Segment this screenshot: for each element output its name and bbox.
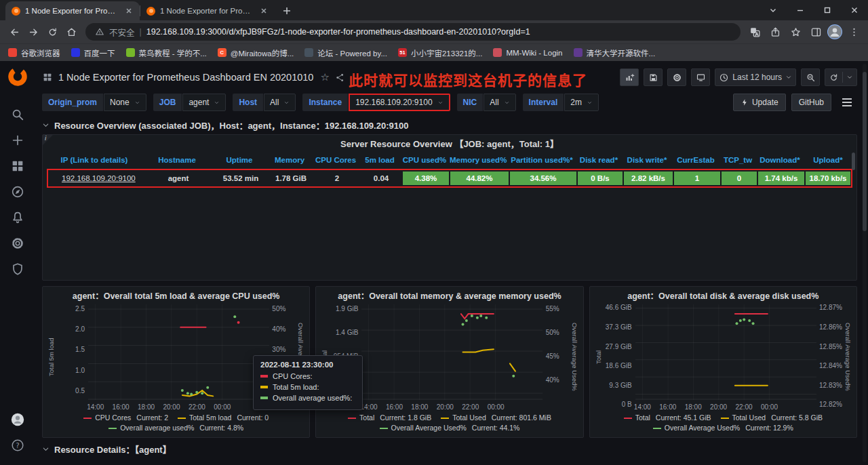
table-header-cell[interactable]: 5m load bbox=[359, 152, 401, 168]
variable-value-dropdown[interactable]: None bbox=[104, 94, 146, 111]
time-range-picker[interactable]: Last 12 hours bbox=[715, 68, 796, 86]
grafana-logo[interactable] bbox=[7, 66, 28, 87]
legend-item[interactable]: TotalCurrent: 45.1 GiB bbox=[624, 413, 711, 423]
window-close-button[interactable] bbox=[841, 0, 868, 20]
new-tab-button[interactable] bbox=[279, 3, 295, 19]
chart-plot-area[interactable]: 14:0016:0018:0020:0022:0000:00 bbox=[88, 303, 269, 411]
table-header-cell[interactable]: Upload* bbox=[804, 152, 852, 168]
tick-label: 12.87% bbox=[819, 304, 842, 311]
address-bar[interactable]: 不安全 | 192.168.109.19:3000/d/xfpJB9FGz/1-… bbox=[85, 23, 741, 41]
explore-menu-item[interactable] bbox=[10, 184, 25, 199]
add-panel-button[interactable] bbox=[620, 68, 639, 86]
bookmark-item[interactable]: 菜鸟教程 - 学的不... bbox=[126, 47, 207, 58]
share-button[interactable] bbox=[766, 23, 784, 41]
translate-button[interactable] bbox=[746, 23, 764, 41]
bookmark-item[interactable]: 清华大学开源软件... bbox=[574, 47, 656, 58]
reload-button[interactable] bbox=[43, 23, 61, 41]
back-button[interactable] bbox=[5, 23, 23, 41]
bookmark-label: 谷歌浏览器 bbox=[21, 47, 60, 58]
minimize-icon bbox=[796, 6, 804, 14]
window-maximize-button[interactable] bbox=[814, 0, 841, 20]
legend-item[interactable]: Overall Average Used%Current: 44.1% bbox=[380, 423, 520, 433]
search-menu-item[interactable] bbox=[10, 107, 25, 122]
configuration-menu-item[interactable] bbox=[10, 236, 25, 251]
table-header-cell[interactable]: IP (Link to details) bbox=[47, 152, 142, 168]
table-header-cell[interactable]: CPU Cores bbox=[313, 152, 359, 168]
row-title-text: Resource Details：【agent】 bbox=[54, 443, 172, 456]
tab-close-icon[interactable] bbox=[124, 6, 134, 16]
table-cell: agent bbox=[143, 170, 214, 186]
legend-color-marker bbox=[380, 428, 388, 429]
row-resource-details[interactable]: Resource Details：【agent】 bbox=[42, 441, 857, 457]
page-scrollbar[interactable] bbox=[863, 64, 867, 462]
table-data-row[interactable]: 192.168.109.20:9100agent53.52 min1.78 Gi… bbox=[47, 169, 852, 188]
server-admin-menu-item[interactable] bbox=[10, 262, 25, 277]
legend-item[interactable]: TotalCurrent: 1.8 GiB bbox=[348, 413, 431, 423]
bookmark-item[interactable]: 51 小小宇宙213321的... bbox=[398, 47, 482, 58]
dashboards-menu-item[interactable] bbox=[10, 159, 25, 174]
bookmark-item[interactable]: 百度一下 bbox=[71, 47, 115, 58]
github-button[interactable]: GitHub bbox=[791, 94, 831, 111]
browser-menu-button[interactable] bbox=[845, 23, 863, 41]
favorite-star-icon[interactable]: ☆ bbox=[320, 71, 329, 83]
variable-value-dropdown[interactable]: agent bbox=[182, 94, 226, 111]
side-panel-button[interactable] bbox=[807, 23, 825, 41]
help-menu-item[interactable]: ? bbox=[10, 438, 25, 453]
forward-button[interactable] bbox=[24, 23, 42, 41]
legend-color-marker bbox=[441, 418, 449, 419]
chart-plot-area[interactable]: 14:0016:0018:0020:0022:0000:00 bbox=[361, 303, 542, 411]
table-scrollbar-thumb[interactable] bbox=[852, 153, 855, 170]
bookmark-item[interactable]: C @Miraitowa的博... bbox=[218, 47, 294, 58]
legend-item[interactable]: Total UsedCurrent: 5.8 GiB bbox=[721, 413, 823, 423]
update-button[interactable]: Update bbox=[733, 94, 786, 111]
table-header-cell[interactable]: CPU used% bbox=[401, 152, 448, 168]
table-header-cell[interactable]: Disk write* bbox=[622, 152, 672, 168]
bookmark-star-button[interactable] bbox=[787, 23, 804, 41]
dashboard-settings-button[interactable] bbox=[667, 68, 686, 86]
row-resource-overview[interactable]: Resource Overview (associated JOB)，Host：… bbox=[42, 117, 857, 133]
variable-value-dropdown-highlighted[interactable]: 192.168.109.20:9100 bbox=[349, 94, 450, 111]
table-header-cell[interactable]: Memory used% bbox=[448, 152, 508, 168]
scrollbar-thumb[interactable] bbox=[863, 72, 867, 231]
save-dashboard-button[interactable] bbox=[644, 68, 663, 86]
bookmark-favicon bbox=[493, 48, 502, 57]
legend-item[interactable]: Overall average used%Current: 4.8% bbox=[108, 423, 243, 433]
table-header-cell[interactable]: Disk read* bbox=[576, 152, 622, 168]
zoom-out-button[interactable] bbox=[801, 68, 820, 86]
browser-tab-inactive[interactable]: 1 Node Exporter for Prometh bbox=[140, 1, 275, 20]
chevron-down-icon bbox=[42, 121, 50, 129]
tab-close-icon[interactable] bbox=[259, 6, 269, 16]
legend-item[interactable]: Total UsedCurrent: 801.6 MiB bbox=[441, 413, 551, 423]
legend-item[interactable]: Total 5m loadCurrent: 0 bbox=[178, 413, 269, 423]
user-avatar[interactable] bbox=[10, 412, 25, 427]
table-header-cell[interactable]: Memory bbox=[267, 152, 313, 168]
window-chevron-button[interactable] bbox=[760, 0, 787, 20]
alerting-menu-item[interactable] bbox=[10, 210, 25, 225]
chart-plot-area[interactable]: 14:0016:0018:0020:0022:0000:00 bbox=[635, 303, 816, 411]
refresh-button[interactable] bbox=[825, 68, 857, 86]
home-button[interactable] bbox=[62, 23, 80, 41]
bookmark-item[interactable]: MM-Wiki - Login bbox=[493, 48, 562, 57]
window-minimize-button[interactable] bbox=[787, 0, 814, 20]
table-header-cell[interactable]: CurrEstab bbox=[672, 152, 719, 168]
create-menu-item[interactable] bbox=[10, 133, 25, 148]
variable-value-dropdown[interactable]: All bbox=[484, 94, 515, 111]
browser-profile-avatar[interactable] bbox=[827, 24, 842, 39]
share-dashboard-icon[interactable] bbox=[335, 73, 345, 83]
variable-value-dropdown[interactable]: All bbox=[264, 94, 296, 111]
browser-tab-active[interactable]: 1 Node Exporter for Prometh bbox=[5, 1, 140, 20]
tick-label: 20:00 bbox=[163, 403, 180, 411]
variable-value-dropdown[interactable]: 2m bbox=[564, 94, 599, 111]
tv-mode-button[interactable] bbox=[691, 68, 710, 86]
kiosk-menu-button[interactable] bbox=[837, 98, 857, 106]
bookmark-item[interactable]: 谷歌浏览器 bbox=[8, 47, 60, 58]
legend-item[interactable]: Overall Average Used%Current: 12.9% bbox=[653, 423, 793, 433]
table-header-cell[interactable]: Uptime bbox=[212, 152, 267, 168]
table-header-cell[interactable]: TCP_tw bbox=[719, 152, 756, 168]
tick-label: 0 B bbox=[622, 401, 632, 408]
legend-item[interactable]: CPU CoresCurrent: 2 bbox=[83, 413, 168, 423]
table-header-cell[interactable]: Download* bbox=[756, 152, 804, 168]
bookmark-item[interactable]: 论坛 - Powered by... bbox=[304, 47, 387, 58]
table-header-cell[interactable]: Hostname bbox=[142, 152, 212, 168]
table-header-cell[interactable]: Partition used%* bbox=[508, 152, 576, 168]
